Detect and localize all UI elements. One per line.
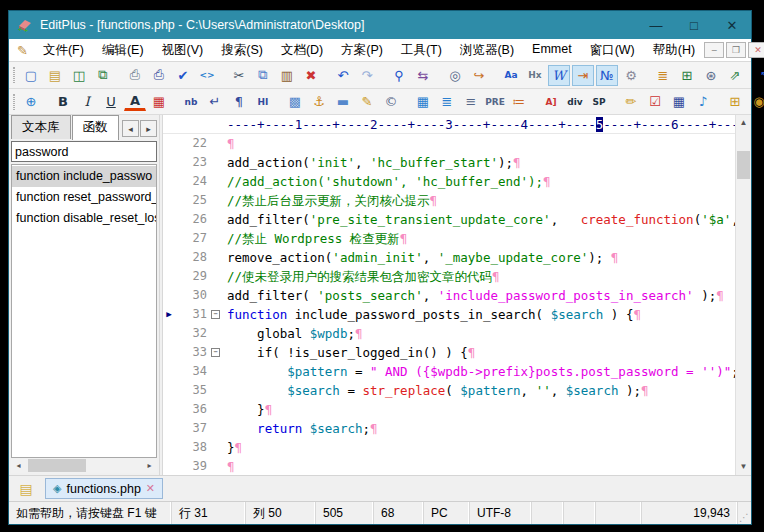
function-list-item[interactable]: function reset_password_	[12, 187, 156, 208]
menu-工具t[interactable]: 工具(T)	[392, 40, 451, 61]
fold-collapse-icon[interactable]: −	[211, 310, 220, 319]
maximize-button[interactable]: □	[675, 11, 713, 39]
code-line-22[interactable]: 22¶	[163, 134, 735, 153]
spell-check-icon[interactable]: ✔	[172, 65, 194, 86]
tab-close-icon[interactable]: ✕	[146, 482, 155, 495]
paragraph-tag-icon[interactable]: ≣	[436, 91, 458, 112]
menu-视图v[interactable]: 视图(V)	[153, 40, 213, 61]
resize-grip-icon[interactable]: ⋰	[738, 502, 751, 524]
code-line-33[interactable]: 33− if( !is_user_logged_in() ) {¶	[163, 343, 735, 362]
paragraph-icon[interactable]: ¶	[228, 91, 250, 112]
span-tag-icon[interactable]: SP	[588, 91, 610, 112]
menu-方案p[interactable]: 方案(P)	[332, 40, 392, 61]
sidebar-tab-函数[interactable]: 函数	[72, 115, 119, 140]
non-breaking-space-icon[interactable]: nb	[180, 91, 202, 112]
menu-编辑e[interactable]: 编辑(E)	[93, 40, 153, 61]
code-line-38[interactable]: 38}¶	[163, 438, 735, 457]
font-icon[interactable]: Aa	[500, 65, 522, 86]
find-icon[interactable]: ⚲	[388, 65, 410, 86]
menu-emmet[interactable]: Emmet	[523, 40, 581, 61]
anchor-icon[interactable]: ⚓	[308, 91, 330, 112]
audio-icon[interactable]: ♪	[692, 91, 714, 112]
directory-window-icon[interactable]: ▤	[15, 479, 37, 499]
goto-line-icon[interactable]: ↪	[468, 65, 490, 86]
scrollbar-thumb[interactable]	[28, 459, 86, 472]
hex-viewer-icon[interactable]: Hx	[524, 65, 546, 86]
cut-icon[interactable]: ✂	[228, 65, 250, 86]
scroll-down-icon[interactable]: ▼	[736, 459, 751, 475]
print-icon[interactable]: ⎙	[148, 65, 170, 86]
menu-浏览器b[interactable]: 浏览器(B)	[451, 40, 523, 61]
scroll-up-icon[interactable]: ▲	[736, 115, 751, 131]
bold-icon[interactable]: B	[52, 91, 74, 112]
undo-icon[interactable]: ↶	[332, 65, 354, 86]
paste-icon[interactable]: ▥	[276, 65, 298, 86]
context-help-icon[interactable]: ↖?	[756, 65, 764, 86]
heading-icon[interactable]: HI	[252, 91, 274, 112]
minimize-button[interactable]: —	[637, 11, 675, 39]
line-numbers-icon[interactable]: №	[596, 65, 618, 86]
delete-icon[interactable]: ✖	[300, 65, 322, 86]
bullet-list-icon[interactable]: ≔	[508, 91, 530, 112]
menu-窗口w[interactable]: 窗口(W)	[581, 40, 644, 61]
code-line-23[interactable]: 23add_action('init', 'hc_buffer_start');…	[163, 153, 735, 172]
color-palette-icon[interactable]: ▦	[148, 91, 170, 112]
document-list-icon[interactable]: ≣	[652, 65, 674, 86]
div-tag-icon[interactable]: div	[564, 91, 586, 112]
save-all-icon[interactable]: ⧉	[92, 65, 114, 86]
save-icon[interactable]: ◫	[68, 65, 90, 86]
code-line-26[interactable]: 26add_filter('pre_site_transient_update_…	[163, 210, 735, 229]
function-list-item[interactable]: function include_passwo	[12, 166, 156, 187]
code-line-31[interactable]: ▶31−function include_password_posts_in_s…	[163, 305, 735, 324]
italic-icon[interactable]: I	[76, 91, 98, 112]
menu-帮助h[interactable]: 帮助(H)	[644, 40, 704, 61]
mdi-restore-button[interactable]: ❐	[726, 42, 746, 58]
word-wrap-icon[interactable]: W	[548, 65, 570, 86]
image-icon[interactable]: ▩	[284, 91, 306, 112]
menu-搜索s[interactable]: 搜索(S)	[212, 40, 272, 61]
new-file-icon[interactable]: ▢	[20, 65, 42, 86]
toolbar-grip[interactable]	[13, 94, 15, 110]
find-in-files-icon[interactable]: ◎	[444, 65, 466, 86]
font-color-icon[interactable]: A	[124, 93, 146, 111]
print-preview-icon[interactable]: ⎙	[124, 65, 146, 86]
special-character-icon[interactable]: ©	[380, 91, 402, 112]
sidebar-horizontal-scrollbar[interactable]: ◂ ▸	[11, 458, 157, 473]
browser-preview-icon[interactable]: ⊛	[700, 65, 722, 86]
code-line-34[interactable]: 34 $pattern = " AND ({$wpdb->prefix}post…	[163, 362, 735, 381]
code-view[interactable]: 22¶23add_action('init', 'hc_buffer_start…	[163, 134, 735, 475]
editor-vertical-scrollbar[interactable]: ▲ ▼	[735, 115, 751, 475]
fold-collapse-icon[interactable]: −	[211, 348, 220, 357]
close-button[interactable]: ✕	[713, 11, 751, 39]
line-break-icon[interactable]: ↵	[204, 91, 226, 112]
menu-文档d[interactable]: 文档(D)	[272, 40, 332, 61]
form-editor-icon[interactable]: ✏	[620, 91, 642, 112]
function-list-item[interactable]: function disable_reset_los	[12, 208, 156, 229]
tab-scroll-left-icon[interactable]: ◂	[122, 120, 139, 137]
radio-group-icon[interactable]: ◉	[748, 91, 764, 112]
form-fields-icon[interactable]: ⊞	[724, 91, 746, 112]
link-anchor-icon[interactable]: A]	[540, 91, 562, 112]
browser-icon[interactable]: ⊕	[20, 91, 42, 112]
comment-note-icon[interactable]: ✎	[356, 91, 378, 112]
code-line-37[interactable]: 37 return $search;¶	[163, 419, 735, 438]
code-line-24[interactable]: 24//add_action('shutdown', 'hc_buffer_en…	[163, 172, 735, 191]
replace-icon[interactable]: ⇆	[412, 65, 434, 86]
copy-icon[interactable]: ⧉	[252, 65, 274, 86]
function-filter-input[interactable]	[11, 141, 157, 162]
code-line-32[interactable]: 32 global $wpdb;¶	[163, 324, 735, 343]
preformatted-icon[interactable]: PRE	[484, 91, 506, 112]
menu-文件f[interactable]: 文件(F)	[34, 40, 93, 61]
preferences-icon[interactable]: ⚙	[620, 65, 642, 86]
code-line-30[interactable]: 30add_filter( 'posts_search', 'include_p…	[163, 286, 735, 305]
multimedia-icon[interactable]: ▦	[668, 91, 690, 112]
redo-icon[interactable]: ↷	[356, 65, 378, 86]
center-text-icon[interactable]: ≡	[460, 91, 482, 112]
scroll-right-icon[interactable]: ▸	[142, 461, 157, 470]
open-file-icon[interactable]: ▤	[44, 65, 66, 86]
code-line-25[interactable]: 25//禁止后台显示更新，关闭核心提示¶	[163, 191, 735, 210]
view-in-browser-icon[interactable]: ⇗	[724, 65, 746, 86]
underline-icon[interactable]: U	[100, 91, 122, 112]
table-icon[interactable]: ▦	[412, 91, 434, 112]
script-check-icon[interactable]: ☑	[644, 91, 666, 112]
